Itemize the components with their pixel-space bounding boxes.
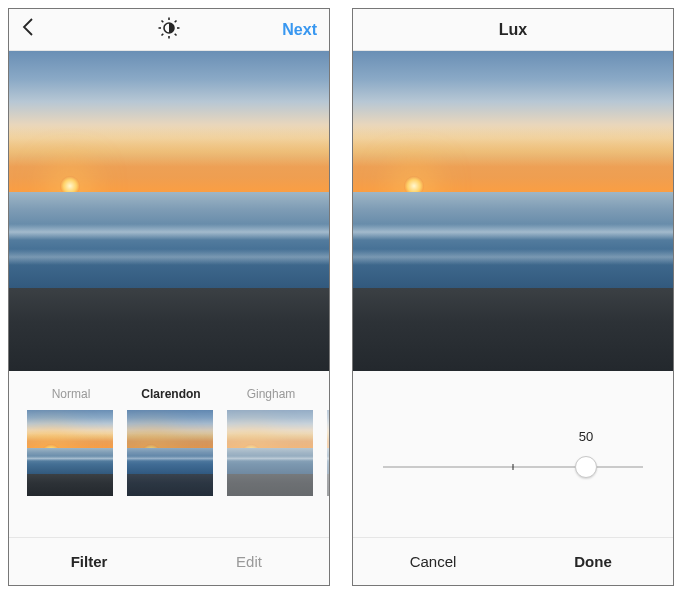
lux-slider[interactable] [383, 454, 643, 480]
svg-line-7 [175, 20, 177, 22]
next-button[interactable]: Next [282, 21, 317, 39]
cancel-button[interactable]: Cancel [353, 538, 513, 585]
header-title: Lux [425, 21, 601, 39]
action-bar: Cancel Done [353, 537, 673, 585]
screen-filter-picker: Next Normal Clarendon Gingham [8, 8, 330, 586]
photo-preview[interactable] [9, 51, 329, 371]
filter-gingham[interactable]: Gingham [227, 387, 315, 496]
filter-label: M [327, 387, 329, 402]
svg-line-5 [162, 20, 164, 22]
filter-label: Normal [27, 387, 115, 402]
filter-thumb [27, 410, 113, 496]
filter-strip[interactable]: Normal Clarendon Gingham M [9, 371, 329, 505]
filter-thumb [227, 410, 313, 496]
back-icon[interactable] [21, 17, 35, 43]
header: Lux [353, 9, 673, 51]
lux-icon[interactable] [158, 17, 180, 43]
filter-label: Gingham [227, 387, 315, 402]
svg-line-6 [175, 33, 177, 35]
slider-handle[interactable] [575, 456, 597, 478]
done-button[interactable]: Done [513, 538, 673, 585]
filter-thumb [127, 410, 213, 496]
filter-label: Clarendon [127, 387, 215, 402]
slider-value-label: 50 [456, 429, 694, 444]
filter-thumb [327, 410, 329, 496]
header: Next [9, 9, 329, 51]
svg-line-8 [162, 33, 164, 35]
slider-area: 50 [353, 371, 673, 537]
filter-normal[interactable]: Normal [27, 387, 115, 496]
slider-zero-tick [513, 464, 514, 470]
tab-edit[interactable]: Edit [169, 538, 329, 585]
bottom-tabs: Filter Edit [9, 537, 329, 585]
photo-preview[interactable] [353, 51, 673, 371]
screen-lux-adjust: Lux 50 Cancel Done [352, 8, 674, 586]
filter-clarendon[interactable]: Clarendon [127, 387, 215, 496]
filter-next-partial[interactable]: M [327, 387, 329, 496]
tab-filter[interactable]: Filter [9, 538, 169, 585]
